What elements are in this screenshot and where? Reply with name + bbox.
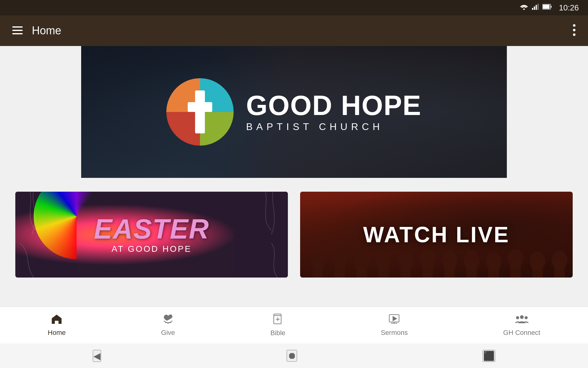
church-name: GOOD HOPE: [246, 92, 421, 119]
svg-rect-7: [543, 5, 549, 9]
home-icon: [51, 314, 62, 326]
menu-button[interactable]: [9, 22, 26, 39]
cards-area: EASTER AT GOOD HOPE: [0, 182, 588, 287]
svg-point-13: [573, 33, 575, 36]
status-icons: 10:26: [520, 3, 579, 13]
sermons-icon: [389, 314, 400, 326]
battery-icon: [542, 4, 552, 12]
home-circle-icon: ⏺: [287, 351, 296, 361]
svg-point-12: [573, 29, 575, 31]
hero-banner: GOOD HOPE BAPTIST CHURCH: [81, 46, 507, 178]
svg-point-47: [520, 315, 524, 319]
system-nav-bar: ◀ ⏺ ⬛: [0, 343, 588, 368]
svg-point-11: [573, 24, 575, 27]
page-title: Home: [32, 24, 570, 37]
watch-live-label: WATCH LIVE: [363, 222, 510, 247]
status-bar: 10:26: [0, 0, 588, 15]
nav-item-bible[interactable]: Bible: [258, 311, 298, 340]
signal-icon: [532, 4, 539, 12]
svg-point-48: [516, 316, 519, 319]
back-icon: ◀: [93, 351, 100, 361]
nav-item-home[interactable]: Home: [36, 311, 78, 340]
hero-text-block: GOOD HOPE BAPTIST CHURCH: [246, 92, 421, 132]
recents-button[interactable]: ⬛: [483, 350, 495, 362]
watch-live-card[interactable]: WATCH LIVE: [300, 192, 573, 278]
watch-live-text: WATCH LIVE: [300, 192, 573, 278]
svg-marker-44: [393, 316, 397, 321]
nav-item-give[interactable]: Give: [149, 311, 187, 340]
gh-connect-icon: [515, 314, 529, 326]
svg-rect-6: [551, 6, 552, 8]
svg-rect-3: [536, 5, 537, 10]
back-button[interactable]: ◀: [93, 350, 101, 362]
svg-point-49: [525, 316, 528, 319]
bottom-navigation: Home Give Bible: [0, 307, 588, 343]
church-subtitle: BAPTIST CHURCH: [246, 121, 421, 132]
hero-content: GOOD HOPE BAPTIST CHURCH: [166, 78, 421, 146]
svg-rect-4: [537, 4, 539, 10]
top-app-bar: Home: [0, 15, 588, 46]
svg-point-0: [523, 9, 525, 10]
wifi-icon: [520, 4, 528, 12]
home-label: Home: [48, 329, 66, 337]
svg-rect-2: [534, 6, 535, 10]
easter-text: EASTER AT GOOD HOPE: [15, 192, 288, 278]
home-button[interactable]: ⏺: [287, 350, 297, 362]
status-time: 10:26: [559, 3, 579, 13]
easter-title: EASTER: [94, 215, 209, 243]
sermons-label: Sermons: [381, 329, 408, 337]
svg-rect-8: [12, 26, 23, 28]
bible-icon: [273, 314, 282, 327]
nav-item-gh-connect[interactable]: GH Connect: [491, 311, 552, 340]
easter-subtitle: AT GOOD HOPE: [111, 244, 192, 254]
easter-card[interactable]: EASTER AT GOOD HOPE: [15, 192, 288, 278]
bible-label: Bible: [270, 329, 285, 337]
more-options-button[interactable]: [570, 21, 579, 41]
svg-rect-10: [12, 33, 23, 34]
nav-item-sermons[interactable]: Sermons: [368, 311, 420, 340]
church-logo: [166, 78, 234, 146]
recents-icon: ⬛: [483, 351, 495, 361]
gh-connect-label: GH Connect: [503, 329, 540, 337]
svg-rect-9: [12, 30, 23, 31]
svg-rect-1: [532, 8, 533, 10]
give-label: Give: [161, 329, 175, 337]
give-icon: [163, 314, 174, 326]
